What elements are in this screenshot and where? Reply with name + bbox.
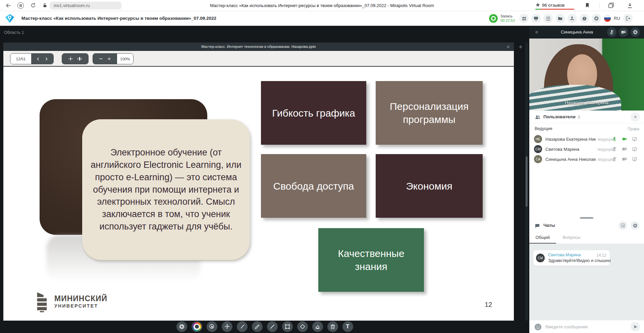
session-title: Мастер-класс «Как использовать Интернет-…: [21, 11, 216, 26]
browser-chrome: Я mv1.virtualroom.ru Мастер-класс «Как и…: [0, 0, 644, 11]
users-panel: Пользователи 3 Ведущие Права НЕ Назарова…: [529, 111, 644, 219]
send-button[interactable]: [631, 322, 640, 331]
recording-indicator-icon[interactable]: [489, 14, 498, 23]
user-row[interactable]: СА Синицына Анна Николае... ведущий: [529, 154, 644, 164]
files-button[interactable]: [555, 14, 565, 23]
notes-button[interactable]: [543, 14, 553, 23]
slide-text-bubble: Электронное обучение (от английского Ele…: [82, 119, 250, 260]
screen-off-icon[interactable]: [632, 156, 637, 162]
page-indicator[interactable]: 12/51: [10, 54, 31, 64]
slide-canvas: Электронное обучение (от английского Ele…: [3, 67, 514, 321]
camera-off-icon[interactable]: [622, 146, 627, 152]
clear-all-button[interactable]: [327, 321, 338, 332]
bookmark-icon[interactable]: [584, 2, 590, 8]
slide-box-5: Качественные знания: [318, 228, 424, 292]
message-time: 14:12: [596, 253, 606, 258]
chat-settings-button[interactable]: [631, 221, 639, 230]
fit-width-button[interactable]: [77, 56, 83, 62]
screen-off-icon[interactable]: [632, 136, 637, 142]
language-label[interactable]: RU: [614, 16, 620, 21]
fit-buttons: [62, 54, 88, 64]
page-nav: [31, 54, 53, 64]
tab-general[interactable]: Общий: [529, 231, 556, 244]
shape-tool-button[interactable]: [297, 321, 308, 332]
color-picker-button[interactable]: [192, 321, 202, 332]
back-icon[interactable]: [5, 2, 12, 9]
chat-messages: СМ Свитова Марина 14:12 Здравствуйте!Вид…: [529, 244, 644, 320]
slide-box-4: Экономия: [376, 154, 483, 218]
info-button[interactable]: [580, 14, 589, 23]
recording-status: Запись 00:22:53: [500, 14, 515, 23]
mic-off-icon[interactable]: [612, 156, 617, 162]
user-name: Назарова Екатерина Ник...: [545, 137, 596, 142]
layout-grid-button[interactable]: [519, 14, 529, 23]
add-tab-button[interactable]: [517, 43, 525, 51]
avatar: НЕ: [534, 135, 542, 143]
status-dot: [535, 31, 538, 34]
laser-pointer-button[interactable]: [207, 321, 217, 332]
prev-page-button[interactable]: [36, 57, 41, 61]
scrollbar-thumb[interactable]: [526, 156, 528, 207]
avatar: СА: [534, 155, 542, 163]
exit-button[interactable]: [623, 14, 633, 23]
rectangle-select-button[interactable]: [282, 321, 293, 332]
mic-off-icon[interactable]: [612, 146, 617, 152]
area-label: Область 1: [4, 30, 24, 35]
zoom-out-button[interactable]: [98, 56, 103, 61]
screen-off-icon[interactable]: [632, 146, 637, 152]
pencil-tool-button[interactable]: [252, 321, 263, 332]
emoji-icon[interactable]: [534, 323, 542, 331]
star-icon: [535, 2, 540, 7]
video-settings-button[interactable]: [631, 27, 640, 37]
panel-resize-handle[interactable]: [580, 217, 593, 219]
chat-header: Чаты: [529, 219, 644, 231]
message-input[interactable]: [545, 322, 623, 331]
close-presentation-button[interactable]: [505, 44, 511, 50]
chat-input-bar: [529, 320, 644, 333]
brush-tool-button[interactable]: [237, 321, 248, 332]
russian-flag-icon[interactable]: [604, 15, 611, 22]
speaker-name-label: Назарова Екатерина: [529, 100, 644, 105]
yandex-icon[interactable]: Я: [17, 2, 24, 9]
settings-button[interactable]: [592, 14, 601, 23]
user-row[interactable]: СМ Свитова Марина ведущий: [529, 144, 644, 154]
lock-icon[interactable]: [42, 3, 48, 8]
rating-underline: [535, 9, 574, 10]
user-row[interactable]: НЕ Назарова Екатерина Ник... ведущий: [529, 134, 644, 144]
mic-on-icon[interactable]: [612, 136, 617, 142]
tab-questions[interactable]: Вопросы: [558, 231, 585, 244]
message-author: Свитова Марина: [548, 253, 581, 257]
chat-tabs: Общий Вопросы: [529, 231, 644, 244]
refresh-icon[interactable]: [30, 2, 36, 8]
collections-icon[interactable]: [608, 2, 614, 9]
webcam-video[interactable]: Назарова Екатерина: [529, 39, 644, 111]
reviews-count: 96 отзывов: [542, 3, 565, 8]
next-page-button[interactable]: [44, 57, 49, 61]
download-icon[interactable]: [627, 2, 633, 9]
video-header: Синицына Анна: [529, 26, 644, 39]
zoom-in-button[interactable]: [107, 56, 112, 61]
mic-muted-button[interactable]: [607, 27, 616, 37]
user-settings-button[interactable]: [568, 14, 577, 23]
rights-column-label[interactable]: Права: [628, 127, 639, 131]
app-header: Мастер-класс «Как использовать Интернет-…: [0, 11, 644, 26]
url-bar[interactable]: mv1.virtualroom.ru: [50, 2, 121, 9]
camera-muted-button[interactable]: [619, 27, 628, 37]
add-user-button[interactable]: [631, 112, 640, 122]
zoom-group: 100%: [93, 53, 133, 64]
fit-screen-button[interactable]: [68, 56, 73, 62]
screen-share-button[interactable]: [531, 14, 541, 23]
presentation-toolbar: 12/51 100%: [3, 51, 514, 67]
tab-title: Мастер-класс «Как использовать Интернет-…: [134, 0, 510, 11]
scrollbar-track[interactable]: [525, 43, 528, 321]
camera-off-icon[interactable]: [622, 156, 627, 162]
eraser-tool-button[interactable]: [312, 321, 323, 332]
text-tool-button[interactable]: T: [342, 321, 353, 332]
annotation-settings-button[interactable]: [176, 321, 187, 332]
popout-chat-button[interactable]: [619, 221, 627, 230]
slide-box-3: Свобода доступа: [261, 154, 366, 218]
move-tool-button[interactable]: [222, 321, 232, 332]
line-tool-button[interactable]: [267, 321, 278, 332]
camera-on-icon[interactable]: [622, 136, 627, 142]
screen: Я mv1.virtualroom.ru Мастер-класс «Как и…: [0, 0, 644, 333]
